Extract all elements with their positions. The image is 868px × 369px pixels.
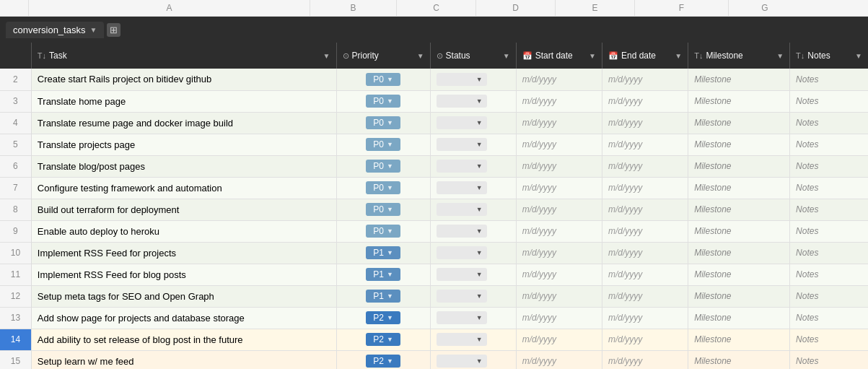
- status-dropdown[interactable]: ▼: [437, 160, 487, 173]
- th-priority[interactable]: ⊙ Priority ▼: [336, 43, 430, 69]
- task-cell[interactable]: Build out terraform for deployment: [31, 199, 336, 220]
- task-cell[interactable]: Create start Rails project on bitidev gi…: [31, 69, 336, 90]
- notes-cell[interactable]: Notes: [790, 329, 868, 350]
- end-date-cell[interactable]: m/d/yyyy: [602, 307, 688, 329]
- status-dropdown[interactable]: ▼: [437, 73, 487, 86]
- th-end-date[interactable]: 📅 End date ▼: [602, 43, 688, 69]
- notes-cell[interactable]: Notes: [790, 112, 868, 134]
- status-cell[interactable]: ▼: [430, 90, 516, 112]
- end-date-cell[interactable]: m/d/yyyy: [602, 264, 688, 285]
- end-date-cell[interactable]: m/d/yyyy: [602, 329, 688, 350]
- status-cell[interactable]: ▼: [430, 199, 516, 220]
- milestone-cell[interactable]: Milestone: [688, 199, 790, 220]
- milestone-cell[interactable]: Milestone: [688, 112, 790, 134]
- status-cell[interactable]: ▼: [430, 242, 516, 264]
- task-cell[interactable]: Implement RSS Feed for blog posts: [31, 264, 336, 285]
- status-dropdown[interactable]: ▼: [437, 95, 487, 108]
- notes-cell[interactable]: Notes: [790, 199, 868, 220]
- priority-cell[interactable]: P1 ▼: [336, 285, 430, 307]
- status-cell[interactable]: ▼: [430, 220, 516, 242]
- task-cell[interactable]: Translate resume page and docker image b…: [31, 112, 336, 134]
- status-dropdown[interactable]: ▼: [437, 246, 487, 259]
- status-dropdown[interactable]: ▼: [437, 203, 487, 216]
- milestone-cell[interactable]: Milestone: [688, 134, 790, 155]
- notes-cell[interactable]: Notes: [790, 285, 868, 307]
- table-row[interactable]: 2Create start Rails project on bitidev g…: [0, 69, 868, 90]
- priority-cell[interactable]: P1 ▼: [336, 264, 430, 285]
- status-dropdown[interactable]: ▼: [437, 138, 487, 151]
- start-date-cell[interactable]: m/d/yyyy: [516, 112, 602, 134]
- table-row[interactable]: 10Implement RSS Feed for projectsP1 ▼ ▼m…: [0, 242, 868, 264]
- notes-cell[interactable]: Notes: [790, 307, 868, 329]
- task-cell[interactable]: Translate home page: [31, 90, 336, 112]
- task-cell[interactable]: Implement RSS Feed for projects: [31, 242, 336, 264]
- status-cell[interactable]: ▼: [430, 285, 516, 307]
- milestone-cell[interactable]: Milestone: [688, 329, 790, 350]
- task-cell[interactable]: Translate blog/post pages: [31, 155, 336, 177]
- priority-cell[interactable]: P0 ▼: [336, 220, 430, 242]
- status-cell[interactable]: ▼: [430, 69, 516, 90]
- notes-cell[interactable]: Notes: [790, 69, 868, 90]
- start-date-cell[interactable]: m/d/yyyy: [516, 220, 602, 242]
- priority-cell[interactable]: P2 ▼: [336, 307, 430, 329]
- milestone-cell[interactable]: Milestone: [688, 177, 790, 199]
- status-cell[interactable]: ▼: [430, 350, 516, 369]
- notes-cell[interactable]: Notes: [790, 242, 868, 264]
- start-date-cell[interactable]: m/d/yyyy: [516, 285, 602, 307]
- end-date-cell[interactable]: m/d/yyyy: [602, 69, 688, 90]
- table-row[interactable]: 3Translate home pageP0 ▼ ▼m/d/yyyym/d/yy…: [0, 90, 868, 112]
- start-date-cell[interactable]: m/d/yyyy: [516, 199, 602, 220]
- end-date-cell[interactable]: m/d/yyyy: [602, 220, 688, 242]
- table-row[interactable]: 9Enable auto deploy to herokuP0 ▼ ▼m/d/y…: [0, 220, 868, 242]
- th-notes[interactable]: T↓ Notes ▼: [790, 43, 868, 69]
- table-row[interactable]: 7Configure testing framework and automat…: [0, 177, 868, 199]
- status-dropdown[interactable]: ▼: [437, 290, 487, 303]
- status-dropdown[interactable]: ▼: [437, 333, 487, 346]
- task-cell[interactable]: Add ability to set release of blog post …: [31, 329, 336, 350]
- tab-grid-icon[interactable]: ⊞: [107, 23, 120, 37]
- start-date-cell[interactable]: m/d/yyyy: [516, 329, 602, 350]
- table-row[interactable]: 12Setup meta tags for SEO and Open Graph…: [0, 285, 868, 307]
- start-date-cell[interactable]: m/d/yyyy: [516, 264, 602, 285]
- table-row[interactable]: 15Setup learn w/ me feedP2 ▼ ▼m/d/yyyym/…: [0, 350, 868, 369]
- status-dropdown[interactable]: ▼: [437, 311, 487, 324]
- end-date-cell[interactable]: m/d/yyyy: [602, 134, 688, 155]
- notes-cell[interactable]: Notes: [790, 264, 868, 285]
- status-dropdown[interactable]: ▼: [437, 225, 487, 238]
- notes-cell[interactable]: Notes: [790, 350, 868, 369]
- status-cell[interactable]: ▼: [430, 155, 516, 177]
- end-date-cell[interactable]: m/d/yyyy: [602, 242, 688, 264]
- priority-cell[interactable]: P0 ▼: [336, 199, 430, 220]
- status-cell[interactable]: ▼: [430, 177, 516, 199]
- notes-cell[interactable]: Notes: [790, 90, 868, 112]
- start-date-cell[interactable]: m/d/yyyy: [516, 177, 602, 199]
- notes-cell[interactable]: Notes: [790, 220, 868, 242]
- start-date-cell[interactable]: m/d/yyyy: [516, 350, 602, 369]
- th-status[interactable]: ⊙ Status ▼: [430, 43, 516, 69]
- priority-cell[interactable]: P0 ▼: [336, 177, 430, 199]
- milestone-cell[interactable]: Milestone: [688, 69, 790, 90]
- end-date-cell[interactable]: m/d/yyyy: [602, 285, 688, 307]
- table-row[interactable]: 8Build out terraform for deploymentP0 ▼ …: [0, 199, 868, 220]
- task-cell[interactable]: Setup meta tags for SEO and Open Graph: [31, 285, 336, 307]
- priority-cell[interactable]: P2 ▼: [336, 329, 430, 350]
- status-cell[interactable]: ▼: [430, 134, 516, 155]
- table-row[interactable]: 13Add show page for projects and databas…: [0, 307, 868, 329]
- end-date-cell[interactable]: m/d/yyyy: [602, 350, 688, 369]
- priority-cell[interactable]: P0 ▼: [336, 155, 430, 177]
- priority-cell[interactable]: P0 ▼: [336, 69, 430, 90]
- notes-cell[interactable]: Notes: [790, 155, 868, 177]
- milestone-cell[interactable]: Milestone: [688, 220, 790, 242]
- priority-cell[interactable]: P1 ▼: [336, 242, 430, 264]
- status-cell[interactable]: ▼: [430, 112, 516, 134]
- task-cell[interactable]: Enable auto deploy to heroku: [31, 220, 336, 242]
- tab-conversion-tasks[interactable]: conversion_tasks ▼: [6, 22, 104, 38]
- priority-cell[interactable]: P0 ▼: [336, 134, 430, 155]
- th-milestone[interactable]: T↓ Milestone ▼: [688, 43, 790, 69]
- start-date-cell[interactable]: m/d/yyyy: [516, 134, 602, 155]
- milestone-cell[interactable]: Milestone: [688, 90, 790, 112]
- priority-cell[interactable]: P2 ▼: [336, 350, 430, 369]
- notes-cell[interactable]: Notes: [790, 177, 868, 199]
- milestone-cell[interactable]: Milestone: [688, 350, 790, 369]
- start-date-cell[interactable]: m/d/yyyy: [516, 69, 602, 90]
